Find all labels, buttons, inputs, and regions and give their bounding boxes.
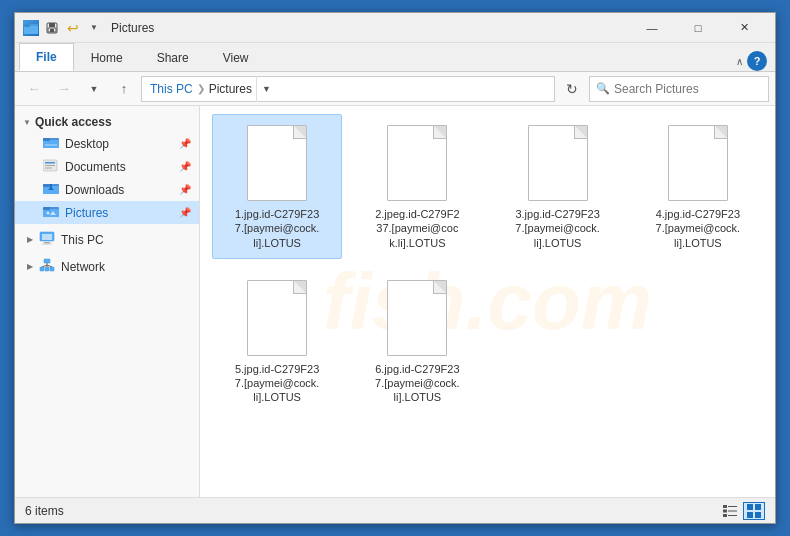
sidebar-item-documents[interactable]: Documents 📌	[15, 155, 199, 178]
svg-rect-38	[723, 514, 727, 517]
network-chevron: ▶	[27, 262, 33, 271]
file-area: fish.com 1.jpg.id-C279F237.[paymei@cock.…	[200, 106, 775, 497]
file-page-4	[668, 125, 728, 201]
recent-locations-button[interactable]: ▼	[81, 77, 107, 101]
network-icon	[39, 258, 55, 275]
sidebar-item-this-pc[interactable]: ▶ This PC	[15, 228, 199, 251]
path-pictures[interactable]: Pictures	[209, 82, 252, 96]
svg-rect-42	[747, 504, 753, 510]
svg-rect-10	[45, 144, 57, 146]
quick-access-toolbar: ↩ ▼	[43, 19, 103, 37]
status-bar: 6 items	[15, 497, 775, 523]
help-button[interactable]: ?	[747, 51, 767, 71]
svg-rect-29	[44, 259, 50, 263]
close-button[interactable]: ✕	[721, 13, 767, 43]
file-name-1: 1.jpg.id-C279F237.[paymei@cock.li].LOTUS	[235, 207, 320, 250]
title-controls: — □ ✕	[629, 13, 767, 43]
search-box[interactable]: 🔍	[589, 76, 769, 102]
sidebar-item-pictures[interactable]: Pictures 📌	[15, 201, 199, 224]
ribbon-expand-button[interactable]: ∧	[736, 56, 743, 67]
svg-rect-1	[24, 26, 38, 34]
path-dropdown-button[interactable]: ▼	[256, 76, 276, 102]
sidebar-downloads-label: Downloads	[65, 183, 124, 197]
forward-button[interactable]: →	[51, 77, 77, 101]
svg-line-34	[42, 265, 47, 267]
file-item-4[interactable]: 4.jpg.id-C279F237.[paymei@cock.li].LOTUS	[633, 114, 763, 259]
desktop-pin-icon: 📌	[179, 138, 191, 149]
network-section: ▶ Network	[15, 255, 199, 278]
quick-undo-button[interactable]: ↩	[64, 19, 82, 37]
ribbon-tab-right: ∧ ?	[736, 51, 771, 71]
svg-rect-43	[755, 504, 761, 510]
sidebar-item-downloads[interactable]: Downloads 📌	[15, 178, 199, 201]
tab-view[interactable]: View	[206, 43, 266, 71]
sidebar-pictures-label: Pictures	[65, 206, 108, 220]
address-path[interactable]: This PC ❯ Pictures ▼	[141, 76, 555, 102]
search-input[interactable]	[614, 82, 762, 96]
svg-rect-26	[42, 234, 52, 240]
svg-rect-39	[728, 506, 737, 507]
file-icon-2	[383, 123, 451, 203]
desktop-folder-icon	[43, 135, 59, 152]
file-page-2	[387, 125, 447, 201]
maximize-button[interactable]: □	[675, 13, 721, 43]
svg-rect-36	[723, 505, 727, 508]
documents-pin-icon: 📌	[179, 161, 191, 172]
tab-home[interactable]: Home	[74, 43, 140, 71]
file-name-3: 3.jpg.id-C279F237.[paymei@cock.li].LOTUS	[515, 207, 600, 250]
pictures-folder-icon	[43, 204, 59, 221]
file-item-6[interactable]: 6.jpg.id-C279F237.[paymei@cock.li].LOTUS	[352, 269, 482, 414]
svg-rect-28	[42, 244, 52, 245]
this-pc-section: ▶ This PC	[15, 228, 199, 251]
address-bar: ← → ▼ ↑ This PC ❯ Pictures ▼ ↻ 🔍	[15, 72, 775, 106]
quick-access-chevron: ▼	[23, 118, 31, 127]
grid-view-button[interactable]	[743, 502, 765, 520]
svg-rect-17	[43, 184, 50, 187]
main-content: ▼ Quick access Desktop 📌	[15, 106, 775, 497]
tab-file[interactable]: File	[19, 43, 74, 71]
minimize-button[interactable]: —	[629, 13, 675, 43]
quick-save-button[interactable]	[43, 19, 61, 37]
file-item-1[interactable]: 1.jpg.id-C279F237.[paymei@cock.li].LOTUS	[212, 114, 342, 259]
path-this-pc[interactable]: This PC	[150, 82, 193, 96]
file-icon-4	[664, 123, 732, 203]
sidebar-network-label: Network	[61, 260, 105, 274]
svg-rect-12	[45, 162, 55, 164]
quick-access-dropdown-button[interactable]: ▼	[85, 19, 103, 37]
path-separator-1: ❯	[197, 83, 205, 94]
pictures-pin-icon: 📌	[179, 207, 191, 218]
quick-access-label: Quick access	[35, 115, 112, 129]
sidebar-item-network[interactable]: ▶ Network	[15, 255, 199, 278]
svg-rect-2	[24, 24, 30, 27]
quick-access-header[interactable]: ▼ Quick access	[15, 112, 199, 132]
svg-rect-13	[45, 165, 55, 166]
file-item-5[interactable]: 5.jpg.id-C279F237.[paymei@cock.li].LOTUS	[212, 269, 342, 414]
sidebar: ▼ Quick access Desktop 📌	[15, 106, 200, 497]
sidebar-item-desktop[interactable]: Desktop 📌	[15, 132, 199, 155]
files-grid: 1.jpg.id-C279F237.[paymei@cock.li].LOTUS…	[212, 114, 763, 414]
ribbon-tabs-left: File Home Share View	[19, 43, 266, 71]
view-toggle	[719, 502, 765, 520]
back-button[interactable]: ←	[21, 77, 47, 101]
window: ↩ ▼ Pictures — □ ✕ File Home Share View …	[14, 12, 776, 524]
svg-rect-19	[50, 184, 52, 188]
file-name-6: 6.jpg.id-C279F237.[paymei@cock.li].LOTUS	[375, 362, 460, 405]
svg-rect-21	[43, 209, 59, 217]
svg-line-35	[47, 265, 52, 267]
file-icon-5	[243, 278, 311, 358]
window-title: Pictures	[111, 21, 154, 35]
file-item-3[interactable]: 3.jpg.id-C279F237.[paymei@cock.li].LOTUS	[493, 114, 623, 259]
file-icon-3	[524, 123, 592, 203]
tab-share[interactable]: Share	[140, 43, 206, 71]
svg-rect-44	[747, 512, 753, 518]
up-button[interactable]: ↑	[111, 77, 137, 101]
window-icon	[23, 20, 39, 36]
sidebar-this-pc-label: This PC	[61, 233, 104, 247]
refresh-button[interactable]: ↻	[559, 76, 585, 102]
title-bar-left: ↩ ▼ Pictures	[23, 19, 154, 37]
file-name-4: 4.jpg.id-C279F237.[paymei@cock.li].LOTUS	[656, 207, 741, 250]
file-item-2[interactable]: 2.jpeg.id-C279F237.[paymei@cock.li].LOTU…	[352, 114, 482, 259]
svg-rect-6	[50, 29, 54, 32]
ribbon-tabs: File Home Share View ∧ ?	[15, 43, 775, 71]
list-view-button[interactable]	[719, 502, 741, 520]
